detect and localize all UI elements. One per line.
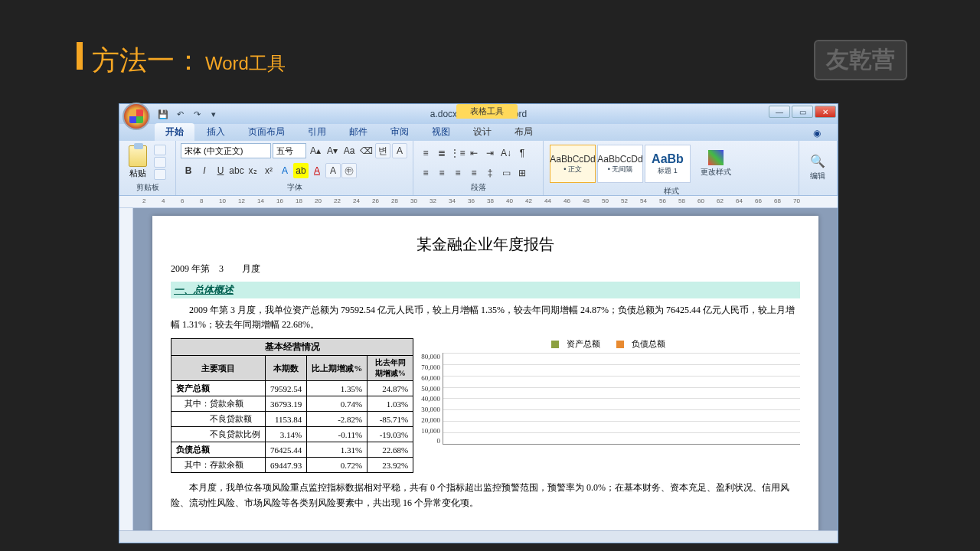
table-row: 其中：存款余额69447.930.72%23.92% (172, 458, 413, 473)
qat-dropdown-icon[interactable]: ▾ (207, 107, 220, 121)
multilevel-icon[interactable]: ⋮≡ (450, 145, 466, 161)
strike-icon[interactable]: abc (229, 163, 244, 178)
format-painter-icon[interactable] (154, 169, 166, 180)
font-color-icon[interactable]: A (309, 163, 325, 178)
horizontal-scrollbar[interactable] (119, 530, 838, 543)
group-label: 段落 (418, 181, 538, 193)
justify-icon[interactable]: ≡ (466, 165, 482, 181)
clear-format-icon[interactable]: ⌫ (358, 143, 374, 158)
minimize-button[interactable]: — (769, 106, 790, 118)
underline-icon[interactable]: U (213, 163, 228, 178)
tab-layout[interactable]: 页面布局 (237, 123, 296, 141)
group-label: 字体 (181, 181, 408, 193)
document-page: 某金融企业年度报告 2009 年第 3 月度 一、总体概述 2009 年第 3 … (152, 216, 818, 530)
cut-icon[interactable] (154, 145, 166, 155)
align-center-icon[interactable]: ≡ (434, 165, 449, 181)
show-marks-icon[interactable]: ¶ (514, 145, 530, 161)
shading-icon[interactable]: ▭ (498, 165, 514, 181)
maximize-button[interactable]: ▭ (792, 106, 813, 118)
line-spacing-icon[interactable]: ‡ (482, 165, 498, 181)
group-label: 剪贴板 (124, 181, 171, 193)
tab-home[interactable]: 开始 (155, 123, 194, 141)
paragraph: 本月度，我单位各项风险重点监控指标数据相对平稳，共有 0 个指标超出监控预警范围… (171, 481, 800, 510)
legend-swatch-icon (551, 341, 559, 348)
col-header: 比上期增减% (307, 356, 368, 381)
undo-icon[interactable]: ↶ (173, 107, 187, 121)
tab-insert[interactable]: 插入 (196, 123, 236, 141)
tab-table-layout[interactable]: 布局 (504, 123, 544, 141)
title-sub: Word工具 (205, 51, 286, 76)
group-editing: 🔍 编辑 (799, 141, 838, 195)
col-header: 本期数 (266, 356, 307, 381)
ruler-horizontal[interactable]: 2468101214161820222426283032343638404244… (119, 196, 838, 208)
doc-title: 某金融企业年度报告 (171, 234, 800, 255)
redo-icon[interactable]: ↷ (190, 107, 204, 121)
change-styles-button[interactable]: 更改样式 (694, 147, 737, 181)
indent-dec-icon[interactable]: ⇤ (466, 145, 482, 161)
numbering-icon[interactable]: ≣ (434, 145, 449, 161)
context-tab-label: 表格工具 (456, 104, 518, 119)
chart-bars (443, 353, 800, 445)
tab-table-design[interactable]: 设计 (462, 123, 502, 141)
highlight-icon[interactable]: ab (293, 163, 309, 178)
col-header: 主要项目 (172, 356, 266, 381)
close-button[interactable]: ✕ (815, 106, 836, 118)
section-heading: 一、总体概述 (171, 282, 800, 298)
borders-icon[interactable]: ⊞ (514, 165, 530, 181)
title-main: 方法一： (92, 42, 202, 80)
bold-icon[interactable]: B (181, 163, 196, 178)
style-item[interactable]: AaBbCcDd• 无间隔 (597, 145, 643, 183)
table-row: 负债总额76425.441.31%22.68% (172, 442, 413, 458)
superscript-icon[interactable]: x² (261, 163, 276, 178)
tab-mailings[interactable]: 邮件 (338, 123, 378, 141)
find-button[interactable]: 🔍 编辑 (804, 151, 831, 184)
group-font: A▴ A▾ Aa ⌫ 변 A B I U abc x₂ x² A ab A (176, 141, 413, 195)
char-shading-icon[interactable]: A (325, 163, 341, 178)
change-styles-label: 更改样式 (701, 167, 731, 178)
find-icon: 🔍 (810, 154, 825, 169)
group-styles: AaBbCcDd• 正文AaBbCcDd• 无间隔AaBb标题 1 更改样式 样… (544, 141, 799, 195)
doc-date: 2009 年第 3 月度 (171, 262, 800, 276)
save-icon[interactable]: 💾 (156, 107, 170, 121)
subscript-icon[interactable]: x₂ (245, 163, 260, 178)
paste-label: 粘贴 (129, 168, 146, 179)
legend-label: 负债总额 (632, 338, 665, 350)
sort-icon[interactable]: A↓ (498, 145, 514, 161)
legend-label: 资产总额 (567, 338, 600, 350)
legend-swatch-icon (616, 341, 624, 348)
char-border-icon[interactable]: A (392, 143, 407, 158)
align-left-icon[interactable]: ≡ (418, 165, 433, 181)
title-accent-bar (77, 42, 83, 70)
style-item[interactable]: AaBb标题 1 (645, 145, 691, 183)
tab-review[interactable]: 审阅 (380, 123, 420, 141)
tab-view[interactable]: 视图 (421, 123, 461, 141)
bar-chart: 资产总额 负债总额 80,00070,00060,00050,00040,000… (421, 338, 800, 453)
office-button[interactable] (122, 103, 150, 130)
table-row: 资产总额79592.541.35%24.87% (172, 381, 413, 396)
enclose-char-icon[interactable]: ㊥ (341, 163, 357, 178)
shrink-font-icon[interactable]: A▾ (325, 143, 340, 158)
grow-font-icon[interactable]: A▴ (308, 143, 323, 158)
phonetic-icon[interactable]: 변 (375, 143, 390, 158)
document-scroll[interactable]: 某金融企业年度报告 2009 年第 3 月度 一、总体概述 2009 年第 3 … (133, 208, 838, 530)
font-size-select[interactable] (273, 143, 306, 158)
change-styles-icon (708, 150, 724, 165)
table-row: 不良贷款额1153.84-2.82%-85.71% (172, 412, 413, 427)
bullets-icon[interactable]: ≡ (418, 145, 433, 161)
edit-label: 编辑 (810, 171, 825, 181)
text-effect-icon[interactable]: A (277, 163, 292, 178)
tab-references[interactable]: 引用 (297, 123, 337, 141)
indent-inc-icon[interactable]: ⇥ (482, 145, 498, 161)
style-item[interactable]: AaBbCcDd• 正文 (550, 145, 596, 183)
align-right-icon[interactable]: ≡ (450, 165, 466, 181)
help-icon[interactable]: ◉ (802, 126, 831, 141)
italic-icon[interactable]: I (197, 163, 212, 178)
copy-icon[interactable] (154, 157, 166, 168)
y-axis: 80,00070,00060,00050,00040,00030,00020,0… (421, 353, 443, 445)
change-case-icon[interactable]: Aa (341, 143, 357, 158)
ruler-vertical[interactable] (119, 208, 133, 530)
paste-button[interactable]: 粘贴 (124, 145, 152, 179)
group-label: 样式 (548, 184, 794, 197)
word-window: 💾 ↶ ↷ ▾ a.docx - Microsoft Word 表格工具 — ▭… (119, 103, 838, 543)
font-name-select[interactable] (181, 143, 271, 158)
